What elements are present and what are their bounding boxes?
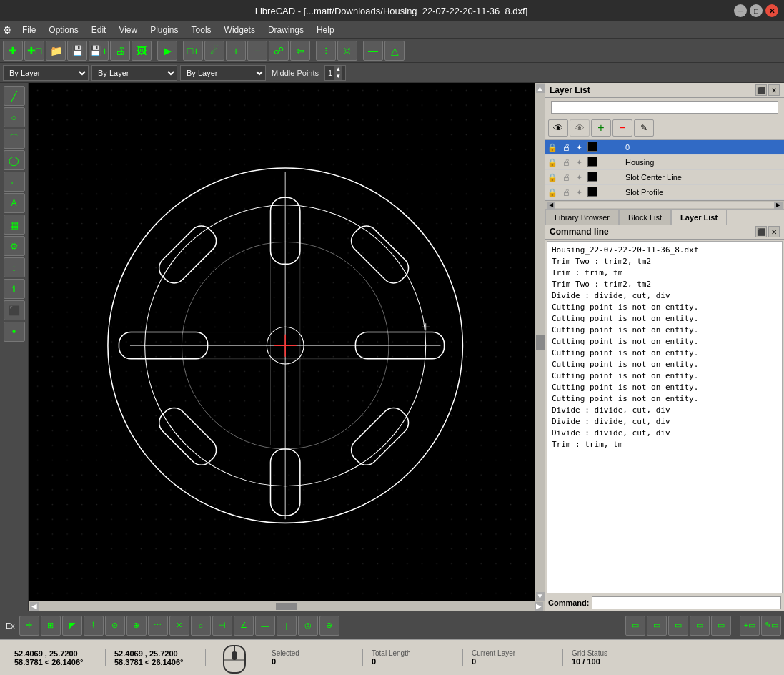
restrict-orth-button[interactable]: ⊣ [212,616,232,636]
snap-spinner[interactable]: ▲ ▼ [334,66,342,80]
layer-name-cell[interactable]: Slot Center Line [623,170,784,185]
print-button[interactable]: 🖨 [110,41,130,61]
layer-panel-restore-button[interactable]: ⬛ [755,84,767,96]
layer-name-cell[interactable]: Slot Profile [623,185,784,200]
menu-help[interactable]: Help [311,24,340,36]
layer-construct-icon[interactable]: ✦ [572,155,585,170]
menu-file[interactable]: File [16,24,41,36]
layer-construct-icon[interactable]: ✦ [572,170,585,185]
snap-onentity-button[interactable]: ⌇ [84,616,104,636]
layer-print-icon[interactable]: 🖨 [560,185,572,200]
canvas-horizontal-scrollbar[interactable]: ◀ ▶ [29,601,545,611]
layer-add-button[interactable]: + [591,119,611,137]
display-button-4[interactable]: ▭ [690,616,710,636]
layer-hide-all-button[interactable]: 👁 [570,119,590,137]
zoom-window-button[interactable]: □+ [183,41,203,61]
layer-panel-close-button[interactable]: ✕ [768,84,780,96]
measure-button[interactable]: ― [363,41,383,61]
layer-construct-icon[interactable]: ✦ [572,140,585,155]
angle-button[interactable]: △ [384,41,405,61]
layer-print-icon[interactable]: 🖨 [560,155,572,170]
snap-up-arrow[interactable]: ▲ [334,66,342,73]
layer-print-icon[interactable]: 🖨 [560,140,572,155]
restrict-angle-button[interactable]: ∠ [234,616,254,636]
command-input[interactable] [592,596,781,609]
layer-name-cell[interactable]: 0 [623,140,784,155]
snap-intersection-button[interactable]: ✕ [169,616,189,636]
layer-row[interactable]: 🔒 🖨 ✦ Slot Profile [545,185,784,200]
layer-lock-icon[interactable]: 🔒 [545,140,560,155]
select-button[interactable]: ▶ [157,41,177,61]
linewidth-select[interactable]: By Layer [180,65,266,81]
snap-middle-button[interactable]: ⊕ [126,616,147,636]
block-button[interactable]: ⬛ [4,300,25,320]
tab-block-list[interactable]: Block List [619,210,671,225]
display-button-5[interactable]: ▭ [711,616,731,636]
menu-view[interactable]: View [113,24,143,36]
draw-curve-button[interactable]: ⌒ [4,129,25,149]
grid-button[interactable]: ⁝ [316,41,336,61]
close-button[interactable]: ✕ [765,4,778,17]
add-view-button[interactable]: +▭ [740,616,760,636]
draw-hatch-button[interactable]: ▦ [4,215,25,235]
menu-plugins[interactable]: Plugins [144,24,184,36]
menu-tools[interactable]: Tools [186,24,217,36]
edit-view-button[interactable]: ✎▭ [761,616,781,636]
snap-endpoints-button[interactable]: ◤ [62,616,82,636]
menu-options[interactable]: Options [43,24,84,36]
zoom-pan-button[interactable]: ☄ [204,41,224,61]
zoom-auto-button[interactable]: ☍ [269,41,289,61]
zoom-out-button[interactable]: − [247,41,267,61]
draw-polyline-button[interactable]: ⌐ [4,172,25,192]
snap-center-button[interactable]: ⊙ [105,616,125,636]
command-panel-restore-button[interactable]: ⬛ [755,226,767,237]
layer-search-input[interactable] [551,101,778,114]
snap-button[interactable]: ⛭ [337,41,357,61]
linetype-select[interactable]: By Layer [91,65,177,81]
layer-lock-icon[interactable]: 🔒 [545,170,560,185]
tab-layer-list[interactable]: Layer List [671,210,727,225]
minimize-button[interactable]: ─ [734,4,747,17]
print-preview-button[interactable]: 🖼 [132,41,152,61]
layer-visible-all-button[interactable]: 👁 [548,119,568,137]
layer-row[interactable]: 🔒 🖨 ✦ Slot Center Line [545,170,784,185]
layer-print-icon[interactable]: 🖨 [560,170,572,185]
menu-edit[interactable]: Edit [86,24,112,36]
restrict-none-button[interactable]: ○ [191,616,211,636]
snap-down-arrow[interactable]: ▼ [334,73,342,80]
layer-name-cell[interactable]: Housing [623,155,784,170]
info-button[interactable]: ℹ [4,279,25,299]
zoom-in-button[interactable]: + [226,41,246,61]
layer-row[interactable]: 🔒 🖨 ✦ 0 [545,140,784,155]
color-select[interactable]: By Layer [3,65,89,81]
restrict-horiz-button[interactable]: ― [255,616,275,636]
draw-line-button[interactable]: ╱ [4,86,25,106]
zoom-prev-button[interactable]: ⇦ [290,41,310,61]
drawing-canvas[interactable] [29,83,535,601]
snap-distance-button[interactable]: ⋯ [148,616,168,636]
layer-lock-icon[interactable]: 🔒 [545,185,560,200]
display-button-3[interactable]: ▭ [668,616,688,636]
menu-drawings[interactable]: Drawings [262,24,309,36]
new-template-button[interactable]: ✚□ [24,41,44,61]
draw-circle-button[interactable]: ○ [4,107,25,127]
relative-zero-button[interactable]: ⊕ [319,616,339,636]
layer-construct-icon[interactable]: ✦ [572,185,585,200]
layer-edit-button[interactable]: ✎ [634,119,654,137]
catch-entity-button[interactable]: ◎ [298,616,318,636]
menu-widgets[interactable]: Widgets [219,24,261,36]
new-button[interactable]: ✚ [3,41,23,61]
tab-library-browser[interactable]: Library Browser [545,210,619,225]
canvas-vertical-scrollbar[interactable]: ▲ ▼ [535,83,545,601]
point-button[interactable]: • [4,322,25,342]
modify-button[interactable]: ⚙ [4,236,25,256]
save-button[interactable]: 💾 [67,41,87,61]
layer-lock-icon[interactable]: 🔒 [545,155,560,170]
snap-free-button[interactable]: ✛ [19,616,39,636]
layer-remove-button[interactable]: − [612,119,632,137]
command-panel-close-button[interactable]: ✕ [768,226,780,237]
restrict-vert-button[interactable]: | [277,616,297,636]
save-as-button[interactable]: 💾+ [89,41,109,61]
draw-ellipse-button[interactable]: ◯ [4,150,25,170]
open-button[interactable]: 📁 [46,41,66,61]
